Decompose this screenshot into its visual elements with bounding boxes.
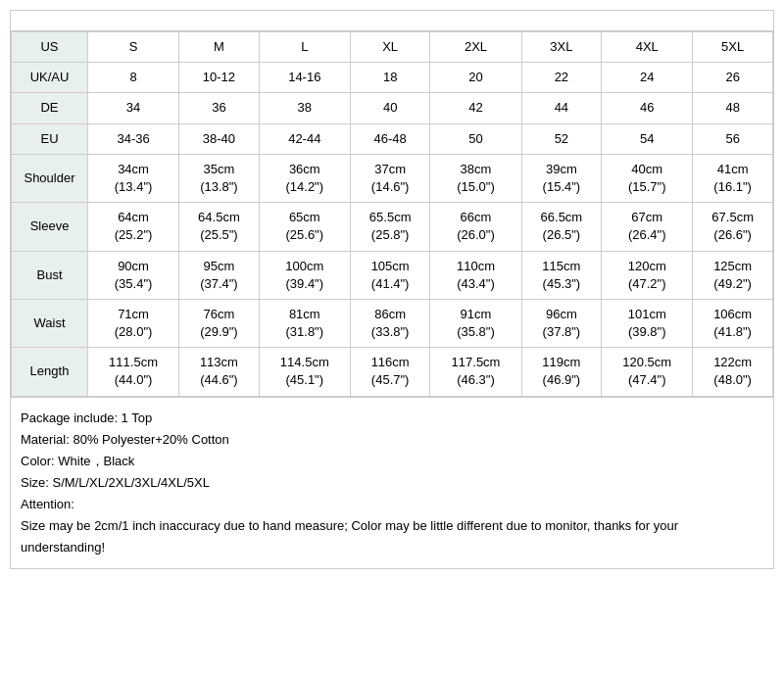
table-row: Sleeve64cm(25.2")64.5cm(25.5")65cm(25.6"… <box>12 203 773 251</box>
table-cell: 40cm(15.7") <box>602 154 693 202</box>
table-cell: 44 <box>521 93 602 123</box>
notes-line: Material: 80% Polyester+20% Cotton <box>21 429 763 451</box>
table-cell: 113cm(44.6") <box>179 348 260 396</box>
table-cell: 35cm(13.8") <box>179 154 260 202</box>
table-cell: 114.5cm(45.1") <box>259 348 350 396</box>
row-label: Bust <box>12 251 88 299</box>
notes-line: Size may be 2cm/1 inch inaccuracy due to… <box>21 515 763 558</box>
table-cell: 14-16 <box>259 63 350 93</box>
table-cell: 65cm(25.6") <box>259 203 350 251</box>
table-cell: 66cm(26.0") <box>430 203 521 251</box>
table-cell: 117.5cm(46.3") <box>430 348 521 396</box>
table-cell: 95cm(37.4") <box>179 251 260 299</box>
row-label: Waist <box>12 299 88 347</box>
table-cell: 100cm(39.4") <box>259 251 350 299</box>
table-cell: 36cm(14.2") <box>259 154 350 202</box>
table-cell: 67.5cm(26.6") <box>693 203 773 251</box>
table-cell: 18 <box>350 63 430 93</box>
table-row: Length111.5cm(44.0")113cm(44.6")114.5cm(… <box>12 348 773 396</box>
table-cell: 90cm(35.4") <box>88 251 179 299</box>
table-cell: 105cm(41.4") <box>350 251 430 299</box>
table-cell: 81cm(31.8") <box>259 299 350 347</box>
table-cell: 65.5cm(25.8") <box>350 203 430 251</box>
table-cell: 4XL <box>602 32 693 63</box>
notes-line: Package include: 1 Top <box>21 408 763 429</box>
table-cell: 37cm(14.6") <box>350 154 430 202</box>
table-cell: 46 <box>602 93 693 123</box>
table-row: Shoulder34cm(13.4")35cm(13.8")36cm(14.2"… <box>12 154 773 202</box>
notes-line: Attention: <box>21 494 763 515</box>
table-cell: 64cm(25.2") <box>88 203 179 251</box>
table-cell: 48 <box>693 93 773 123</box>
size-table: USSMLXL2XL3XL4XL5XLUK/AU810-1214-1618202… <box>11 31 773 397</box>
row-label: DE <box>12 93 88 123</box>
table-cell: 50 <box>430 123 521 154</box>
table-row: Waist71cm(28.0")76cm(29.9")81cm(31.8")86… <box>12 299 773 347</box>
table-cell: 46-48 <box>350 123 430 154</box>
table-cell: 120cm(47.2") <box>602 251 693 299</box>
table-cell: 91cm(35.8") <box>430 299 521 347</box>
notes-section: Package include: 1 TopMaterial: 80% Poly… <box>11 397 773 569</box>
table-cell: 3XL <box>521 32 602 63</box>
table-cell: 76cm(29.9") <box>179 299 260 347</box>
row-label: EU <box>12 123 88 154</box>
notes-line: Size: S/M/L/XL/2XL/3XL/4XL/5XL <box>21 472 763 494</box>
table-cell: 40 <box>350 93 430 123</box>
table-cell: 8 <box>88 63 179 93</box>
row-label: Sleeve <box>12 203 88 251</box>
table-cell: 101cm(39.8") <box>602 299 693 347</box>
table-cell: 67cm(26.4") <box>602 203 693 251</box>
table-cell: 64.5cm(25.5") <box>179 203 260 251</box>
table-cell: 5XL <box>693 32 773 63</box>
table-row: Bust90cm(35.4")95cm(37.4")100cm(39.4")10… <box>12 251 773 299</box>
table-cell: 34-36 <box>88 123 179 154</box>
table-cell: 110cm(43.4") <box>430 251 521 299</box>
table-cell: 24 <box>602 63 693 93</box>
row-label: Shoulder <box>12 154 88 202</box>
table-cell: 116cm(45.7") <box>350 348 430 396</box>
table-cell: 38cm(15.0") <box>430 154 521 202</box>
table-row: UK/AU810-1214-161820222426 <box>12 63 773 93</box>
row-label: US <box>12 32 88 63</box>
table-cell: 38-40 <box>179 123 260 154</box>
table-cell: 41cm(16.1") <box>693 154 773 202</box>
table-cell: 96cm(37.8") <box>521 299 602 347</box>
size-chart-container: USSMLXL2XL3XL4XL5XLUK/AU810-1214-1618202… <box>10 10 774 569</box>
table-cell: 20 <box>430 63 521 93</box>
table-cell: 26 <box>693 63 773 93</box>
table-cell: 106cm(41.8") <box>693 299 773 347</box>
table-cell: 56 <box>693 123 773 154</box>
table-cell: S <box>88 32 179 63</box>
table-cell: 71cm(28.0") <box>88 299 179 347</box>
table-row: USSMLXL2XL3XL4XL5XL <box>12 32 773 63</box>
table-cell: L <box>259 32 350 63</box>
table-cell: 66.5cm(26.5") <box>521 203 602 251</box>
table-row: EU34-3638-4042-4446-4850525456 <box>12 123 773 154</box>
table-cell: M <box>179 32 260 63</box>
table-cell: 86cm(33.8") <box>350 299 430 347</box>
table-cell: 22 <box>521 63 602 93</box>
table-cell: 10-12 <box>179 63 260 93</box>
table-cell: 111.5cm(44.0") <box>88 348 179 396</box>
table-cell: 120.5cm(47.4") <box>602 348 693 396</box>
table-cell: 2XL <box>430 32 521 63</box>
row-label: UK/AU <box>12 63 88 93</box>
table-cell: XL <box>350 32 430 63</box>
chart-title <box>11 11 773 31</box>
table-cell: 42-44 <box>259 123 350 154</box>
table-cell: 54 <box>602 123 693 154</box>
table-row: DE3436384042444648 <box>12 93 773 123</box>
table-cell: 125cm(49.2") <box>693 251 773 299</box>
table-cell: 52 <box>521 123 602 154</box>
row-label: Length <box>12 348 88 396</box>
table-cell: 115cm(45.3") <box>521 251 602 299</box>
table-cell: 34cm(13.4") <box>88 154 179 202</box>
table-cell: 38 <box>259 93 350 123</box>
notes-line: Color: White，Black <box>21 451 763 472</box>
table-cell: 122cm(48.0") <box>693 348 773 396</box>
table-cell: 36 <box>179 93 260 123</box>
table-cell: 42 <box>430 93 521 123</box>
table-cell: 119cm(46.9") <box>521 348 602 396</box>
table-cell: 39cm(15.4") <box>521 154 602 202</box>
table-cell: 34 <box>88 93 179 123</box>
